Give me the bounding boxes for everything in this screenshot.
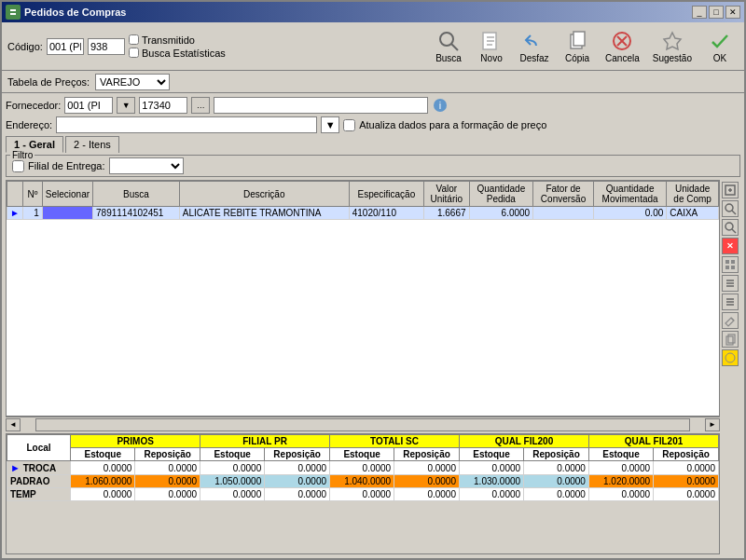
app-icon (6, 5, 21, 20)
bottom-scroll[interactable]: Local PRIMOS FILIAL PR TOTALI SC QUAL FI… (7, 434, 719, 553)
right-btn-1[interactable] (722, 182, 739, 198)
col-num[interactable]: Nº (22, 182, 42, 207)
padrao-qual201-estoque: 1.020.0000 (588, 475, 653, 488)
toolbar-left: Código: Transmitido Busca Estatísticas (7, 34, 422, 59)
svg-line-23 (732, 229, 736, 233)
col-descricao[interactable]: Descrição (179, 182, 349, 207)
qual200-estoque: Estoque (459, 448, 523, 461)
copia-label: Cópia (565, 53, 589, 63)
right-btn-grid[interactable] (722, 256, 739, 273)
cancela-button[interactable]: Cancela (601, 28, 643, 65)
row-fator-cell (533, 207, 594, 220)
svg-rect-26 (725, 266, 729, 269)
filial-select[interactable] (109, 157, 184, 174)
ok-button[interactable]: OK (701, 28, 739, 65)
bottom-row-troca: ► TROCA 0.0000 0.0000 0.0000 0.0000 0.00… (7, 461, 719, 475)
provider-dropdown-btn[interactable]: ▼ (117, 97, 135, 114)
row-num-cell: 1 (22, 207, 42, 220)
svg-point-22 (725, 223, 733, 230)
sugestao-button[interactable]: Sugestão (649, 28, 696, 65)
atualiza-label: Atualiza dados para a formação de preço (359, 119, 546, 130)
sugestao-label: Sugestão (653, 53, 692, 63)
busca-label: Busca (435, 53, 462, 63)
svg-rect-25 (731, 260, 735, 264)
atualiza-checkbox[interactable] (343, 119, 355, 131)
bottom-row-temp: TEMP 0.0000 0.0000 0.0000 0.0000 0.0000 … (7, 488, 719, 501)
svg-rect-0 (8, 7, 18, 17)
padrao-filial-repo: 0.0000 (265, 475, 330, 488)
content-area: Fornecedor: ▼ … TRAMONTINA SUDESTE S.A i… (2, 93, 744, 558)
right-btn-delete[interactable]: ✕ (722, 238, 739, 254)
troca-qual200-estoque: 0.0000 (459, 461, 523, 475)
padrao-primos-repo: 0.0000 (135, 475, 200, 488)
svg-point-37 (725, 353, 735, 362)
col-especificacao[interactable]: Especificação (349, 182, 423, 207)
right-btn-copy[interactable] (722, 331, 739, 348)
busca-estatisticas-checkbox[interactable] (129, 48, 139, 58)
svg-rect-1 (10, 9, 16, 11)
totali-estoque: Estoque (330, 448, 394, 461)
tab-itens[interactable]: 2 - Itens (65, 136, 119, 153)
hscroll-right-btn[interactable]: ► (705, 418, 720, 431)
right-btn-yellow[interactable] (722, 349, 739, 366)
address-dropdown-btn[interactable]: ▼ (321, 116, 339, 133)
title-bar-controls: _ □ ✕ (692, 6, 740, 19)
tabela-select[interactable]: VAREJO (95, 74, 170, 90)
items-table-container: Nº Selecionar Busca Descrição Especifica… (6, 180, 720, 417)
address-input[interactable]: BARUERI/COMERCIAL/001/61652608000195/SP (56, 116, 317, 133)
temp-totali-repo: 0.0000 (394, 488, 460, 501)
temp-local: TEMP (7, 488, 71, 501)
busca-button[interactable]: Busca (430, 28, 467, 65)
busca-estatisticas-label: Busca Estatísticas (142, 48, 226, 59)
maximize-button[interactable]: □ (709, 6, 724, 19)
provider-link-icon[interactable]: i (432, 97, 449, 114)
fornecedor-label: Fornecedor: (6, 100, 61, 111)
provider-code1[interactable] (64, 97, 113, 114)
transmitido-checkbox[interactable] (129, 34, 139, 45)
title-bar-text: Pedidos de Compras (6, 5, 126, 20)
col-qtd-pedida[interactable]: QuantidadePedida (469, 182, 533, 207)
codigo-input1[interactable] (47, 38, 84, 55)
right-btn-edit[interactable] (722, 312, 739, 329)
ok-icon (709, 30, 731, 52)
window-title: Pedidos de Compras (24, 7, 126, 18)
right-btn-search2[interactable] (722, 219, 739, 236)
filial-checkbox[interactable] (12, 160, 24, 172)
hscroll-left-btn[interactable]: ◄ (6, 418, 21, 431)
desfaz-label: Desfaz (519, 53, 548, 63)
minimize-button[interactable]: _ (692, 6, 707, 19)
right-btn-list2[interactable] (722, 294, 739, 310)
col-unidade[interactable]: Unidadede Comp (667, 182, 719, 207)
main-window: Pedidos de Compras _ □ ✕ Código: Transmi… (0, 0, 746, 560)
hscroll-thumb[interactable] (35, 418, 690, 431)
col-qtd-mov[interactable]: QuantidadeMovimentada (593, 182, 666, 207)
svg-line-4 (451, 44, 458, 50)
col-fator[interactable]: Fator deConversão (533, 182, 594, 207)
provider-name[interactable]: TRAMONTINA SUDESTE S.A (214, 97, 428, 114)
row-selecionar-cell[interactable] (42, 207, 92, 220)
col-valor[interactable]: ValorUnitário (424, 182, 469, 207)
right-btn-search1[interactable] (722, 200, 739, 217)
provider-code2[interactable] (139, 97, 187, 114)
copia-button[interactable]: Cópia (559, 28, 596, 65)
close-button[interactable]: ✕ (725, 6, 740, 19)
desfaz-button[interactable]: Desfaz (516, 28, 553, 65)
col-selecionar[interactable]: Selecionar (42, 182, 92, 207)
svg-line-34 (731, 318, 734, 321)
col-busca[interactable]: Busca (93, 182, 180, 207)
svg-rect-35 (726, 336, 733, 345)
svg-rect-2 (10, 13, 16, 15)
codigo-input2[interactable] (88, 38, 125, 55)
qual201-estoque: Estoque (588, 448, 653, 461)
primos-estoque: Estoque (71, 448, 135, 461)
table-row[interactable]: ► 1 7891114102451 ALICATE REBITE TRAMONT… (7, 207, 719, 220)
row-qtd-pedida-cell: 6.0000 (469, 207, 533, 220)
items-table: Nº Selecionar Busca Descrição Especifica… (7, 181, 719, 220)
qual-fil200-header: QUAL FIL200 (459, 435, 588, 448)
novo-button[interactable]: Novo (473, 28, 510, 65)
svg-point-20 (725, 204, 733, 212)
right-btn-list1[interactable] (722, 275, 739, 292)
provider-search-btn[interactable]: … (191, 97, 210, 114)
row-especificacao-cell: 41020/110 (349, 207, 423, 220)
h-scrollbar[interactable]: ◄ ► (6, 417, 720, 431)
